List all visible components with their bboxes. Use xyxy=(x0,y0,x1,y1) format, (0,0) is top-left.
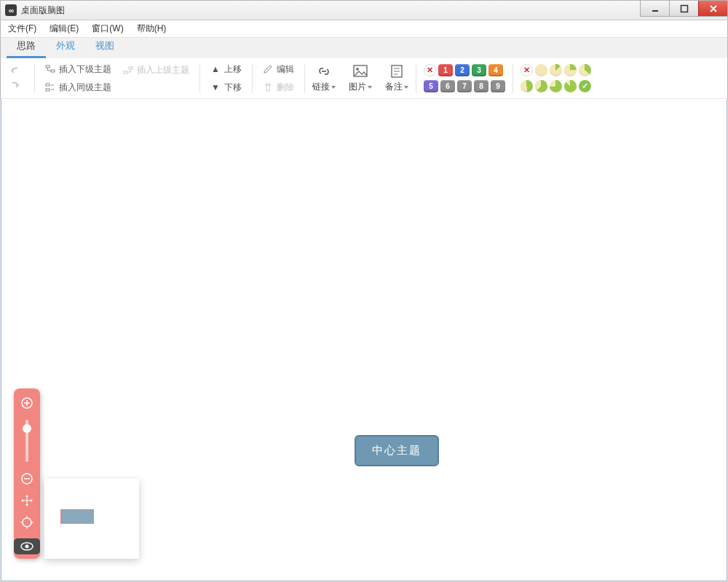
zoom-slider[interactable] xyxy=(25,420,28,462)
toggle-minimap[interactable] xyxy=(14,538,40,554)
progress-75[interactable] xyxy=(550,80,562,92)
tab-view[interactable]: 视图 xyxy=(85,35,124,58)
progress-markers: ✕ xyxy=(521,64,591,92)
priority-8[interactable]: 8 xyxy=(474,80,488,92)
svg-rect-6 xyxy=(46,84,50,86)
progress-50[interactable] xyxy=(521,80,533,92)
priority-3[interactable]: 3 xyxy=(472,64,486,76)
close-button[interactable] xyxy=(698,1,727,17)
move-down[interactable]: ▼ 下移 xyxy=(207,80,245,95)
menu-file[interactable]: 文件(F) xyxy=(8,23,36,35)
svg-rect-8 xyxy=(129,67,132,69)
minimize-button[interactable] xyxy=(640,1,669,17)
menu-edit[interactable]: 编辑(E) xyxy=(50,23,79,35)
menu-window[interactable]: 窗口(W) xyxy=(92,23,123,35)
navigator-panel xyxy=(14,388,139,559)
pan-button[interactable] xyxy=(20,493,34,508)
insert-image[interactable]: 图片 xyxy=(349,63,372,93)
tab-think[interactable]: 思路 xyxy=(7,35,46,58)
insert-sibling-label: 插入同级主题 xyxy=(59,81,111,94)
priority-9[interactable]: 9 xyxy=(491,80,505,92)
minimap[interactable] xyxy=(44,479,139,559)
priority-2[interactable]: 2 xyxy=(455,64,470,76)
zoom-in-button[interactable] xyxy=(20,396,34,410)
priority-6[interactable]: 6 xyxy=(440,80,455,92)
insert-child-icon xyxy=(45,64,55,74)
progress-62[interactable] xyxy=(535,80,547,92)
priority-1[interactable]: 1 xyxy=(438,64,453,76)
insert-sibling-topic[interactable]: 插入同级主题 xyxy=(42,80,114,95)
note-icon xyxy=(389,63,405,79)
progress-clear[interactable]: ✕ xyxy=(521,64,533,76)
insert-parent-label: 插入上级主题 xyxy=(137,64,189,76)
priority-5[interactable]: 5 xyxy=(424,80,438,92)
edit-node[interactable]: 编辑 xyxy=(260,62,297,77)
image-icon xyxy=(352,63,368,79)
edit-icon xyxy=(263,64,273,74)
insert-child-topic[interactable]: 插入下级主题 xyxy=(42,62,114,77)
link-icon xyxy=(316,63,332,79)
tabbar: 思路 外观 视图 xyxy=(0,38,728,58)
svg-rect-7 xyxy=(46,89,50,91)
window-title: 桌面版脑图 xyxy=(21,4,65,17)
insert-note[interactable]: 备注 xyxy=(385,63,408,93)
redo-button[interactable] xyxy=(9,81,23,91)
progress-87[interactable] xyxy=(564,80,577,92)
progress-done[interactable] xyxy=(579,80,591,92)
window-controls xyxy=(640,1,727,17)
priority-markers: ✕ 1 2 3 4 5 6 7 8 9 xyxy=(424,64,505,92)
svg-point-23 xyxy=(23,518,31,527)
trash-icon xyxy=(263,82,273,92)
svg-point-11 xyxy=(356,68,359,71)
arrow-down-icon: ▼ xyxy=(210,82,221,92)
insert-link[interactable]: 链接 xyxy=(312,63,336,93)
progress-12[interactable] xyxy=(550,64,562,76)
progress-37[interactable] xyxy=(579,64,591,76)
insert-parent-icon xyxy=(123,65,133,76)
svg-rect-4 xyxy=(46,65,50,68)
mindmap-canvas[interactable]: 中心主题 xyxy=(1,99,727,581)
svg-point-29 xyxy=(25,545,29,549)
insert-parent-topic: 插入上级主题 xyxy=(120,63,192,78)
arrow-up-icon: ▲ xyxy=(210,64,221,74)
priority-clear[interactable]: ✕ xyxy=(424,64,436,76)
svg-rect-1 xyxy=(681,5,687,12)
progress-0[interactable] xyxy=(535,64,547,76)
insert-child-label: 插入下级主题 xyxy=(59,63,111,76)
toolbar: 插入下级主题 插入同级主题 插入上级主题 . ▲ 上移 ▼ 下移 xyxy=(0,58,728,99)
svg-rect-5 xyxy=(51,70,55,72)
locate-button[interactable] xyxy=(20,515,34,530)
minimap-viewport[interactable] xyxy=(60,509,94,524)
menu-help[interactable]: 帮助(H) xyxy=(137,23,167,35)
app-icon: ∞ xyxy=(5,4,17,16)
insert-sibling-icon xyxy=(45,82,55,92)
move-up[interactable]: ▲ 上移 xyxy=(207,62,245,77)
zoom-out-button[interactable] xyxy=(20,471,34,486)
delete-node: 删除 xyxy=(260,80,297,95)
priority-7[interactable]: 7 xyxy=(457,80,472,92)
maximize-button[interactable] xyxy=(669,1,698,17)
central-topic-node[interactable]: 中心主题 xyxy=(355,435,439,466)
progress-25[interactable] xyxy=(564,64,577,76)
priority-4[interactable]: 4 xyxy=(488,64,503,76)
zoom-strip xyxy=(14,388,40,559)
titlebar: ∞ 桌面版脑图 xyxy=(0,0,728,20)
svg-rect-9 xyxy=(124,71,127,73)
tab-look[interactable]: 外观 xyxy=(46,35,85,58)
undo-button[interactable] xyxy=(9,66,23,76)
